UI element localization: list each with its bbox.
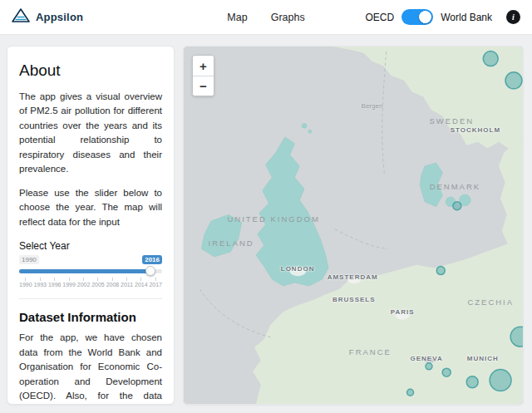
zoom-out-button[interactable]: − — [193, 76, 214, 96]
pm25-bubble[interactable] — [436, 267, 445, 275]
content-area: About The app gives a visual overview of… — [0, 35, 532, 413]
about-paragraph-1: The app gives a visual overview of PM2.5… — [19, 90, 162, 177]
about-paragraph-2: Please use the slider below to choose th… — [19, 186, 162, 229]
pm25-bubble[interactable] — [490, 370, 511, 391]
slider-fill — [19, 269, 150, 273]
slider-tick-labels: 1990199319961999200220052008201120142017 — [19, 278, 162, 288]
app-root: Appsilon Map Graphs OECD World Bank i Ab… — [0, 0, 532, 413]
data-source-toggle[interactable] — [401, 9, 433, 25]
section-divider — [19, 298, 162, 299]
dataset-title: Dataset Information — [19, 310, 162, 324]
pm25-bubble[interactable] — [505, 72, 522, 89]
toggle-knob — [419, 11, 431, 23]
slider-tick: 1990 — [19, 278, 32, 288]
pm25-bubble[interactable] — [442, 368, 451, 376]
map-panel[interactable]: BergenSWEDENSTOCKHOLMDENMARKUNITED KINGD… — [183, 46, 524, 405]
slider-tick: 1996 — [48, 278, 62, 288]
about-title: About — [19, 61, 162, 80]
slider-tick: 1999 — [62, 278, 76, 288]
slider-tick: 2005 — [91, 278, 105, 288]
pm25-bubble[interactable] — [453, 202, 461, 210]
toggle-left-label: OECD — [366, 12, 395, 23]
slider-tick: 2017 — [149, 278, 162, 288]
brand-name: Appsilon — [36, 11, 83, 23]
nav-item-map[interactable]: Map — [227, 12, 247, 23]
slider-tick: 2008 — [106, 278, 120, 288]
navbar-right-controls: OECD World Bank i — [366, 9, 520, 25]
sidebar: About The app gives a visual overview of… — [7, 46, 175, 405]
info-icon[interactable]: i — [506, 10, 520, 24]
dataset-paragraph: For the app, we have chosen data from th… — [19, 331, 162, 405]
zoom-in-button[interactable]: + — [193, 56, 214, 76]
slider-tick: 2002 — [77, 278, 91, 288]
top-navbar: Appsilon Map Graphs OECD World Bank i — [0, 0, 532, 35]
main-nav: Map Graphs — [227, 12, 304, 23]
pm25-bubble[interactable] — [407, 389, 414, 396]
slider-tick: 1993 — [33, 278, 47, 288]
slider-min-label: 1990 — [19, 255, 39, 264]
slider-value-badge[interactable]: 2016 — [142, 255, 162, 264]
appsilon-logo-icon — [12, 8, 30, 26]
nav-item-graphs[interactable]: Graphs — [271, 12, 305, 23]
pm25-bubble[interactable] — [466, 376, 478, 388]
year-slider: 1990 2016 199019931996199920022005200820… — [19, 255, 162, 292]
slider-handle[interactable] — [145, 266, 155, 276]
year-slider-label: Select Year — [19, 240, 162, 252]
pm25-bubble[interactable] — [426, 363, 432, 370]
slider-tick: 2011 — [121, 278, 133, 288]
brand: Appsilon — [12, 8, 83, 26]
map-zoom-control: + − — [192, 55, 214, 96]
slider-tick: 2014 — [135, 278, 148, 288]
toggle-right-label: World Bank — [441, 12, 492, 23]
pm25-bubble[interactable] — [510, 327, 523, 347]
pm25-bubble-layer — [184, 47, 523, 404]
pm25-bubble[interactable] — [483, 52, 498, 66]
